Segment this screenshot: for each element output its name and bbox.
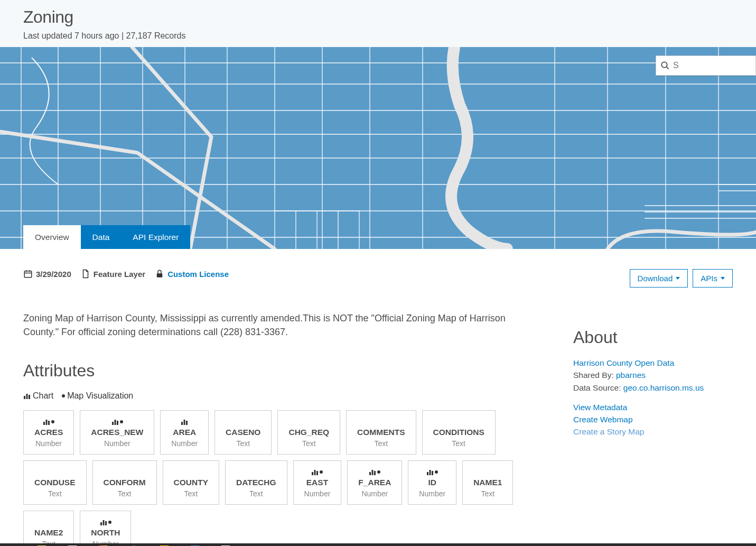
create-storymap-link[interactable]: Create a Story Map <box>573 427 644 436</box>
tab-data[interactable]: Data <box>81 225 122 249</box>
card-icons <box>100 519 111 526</box>
card-icons <box>111 418 123 425</box>
attribute-card[interactable]: ACRESNumber <box>23 410 74 455</box>
svg-rect-25 <box>374 471 376 475</box>
chart-icon <box>369 469 376 475</box>
dot-icon <box>51 420 54 423</box>
main-column: 3/29/2020 Feature Layer Custom License <box>23 269 552 546</box>
svg-rect-15 <box>114 420 116 425</box>
svg-rect-28 <box>432 471 433 475</box>
legend-chart: Chart <box>23 391 53 401</box>
svg-line-2 <box>666 67 669 69</box>
map-preview[interactable]: Overview Data API Explorer <box>0 47 756 249</box>
attribute-type: Text <box>481 489 494 498</box>
chart-icon <box>311 469 319 475</box>
download-button[interactable]: Download <box>630 269 688 288</box>
attribute-name: NAME2 <box>34 528 63 538</box>
attribute-card[interactable]: NORTHNumber <box>80 511 131 546</box>
attribute-card[interactable]: NAME2Text <box>23 511 74 546</box>
card-icons <box>426 468 438 476</box>
chart-icon <box>23 393 31 399</box>
attribute-card[interactable]: CASENOText <box>214 410 272 455</box>
attribute-card[interactable]: DATECHGText <box>225 460 287 505</box>
meta-license: Custom License <box>155 269 229 279</box>
dot-icon <box>62 394 65 397</box>
svg-rect-30 <box>102 520 104 525</box>
attribute-type: Text <box>184 489 198 498</box>
shared-by-label: Shared By: <box>573 371 616 380</box>
svg-rect-19 <box>186 421 188 425</box>
attribute-card[interactable]: COUNTYText <box>163 460 219 505</box>
caret-down-icon <box>676 277 680 280</box>
attribute-card[interactable]: CONFORMText <box>92 460 157 505</box>
dot-icon <box>435 470 438 474</box>
attribute-name: ACRES <box>34 428 63 437</box>
about-heading: About <box>573 328 733 347</box>
svg-rect-23 <box>369 472 371 475</box>
attribute-card[interactable]: CHG_REQText <box>277 410 340 455</box>
attribute-name: COMMENTS <box>357 428 405 437</box>
meta-layer-type: Feature Layer <box>81 269 145 279</box>
svg-rect-21 <box>314 470 316 475</box>
attribute-type: Number <box>361 489 388 498</box>
attribute-card[interactable]: F_AREANumber <box>347 460 402 505</box>
map-search[interactable] <box>656 55 756 76</box>
attribute-name: CHG_REQ <box>288 428 329 437</box>
attribute-card[interactable]: CONDUSEText <box>23 460 87 505</box>
attributes-heading: Attributes <box>23 361 552 381</box>
shared-by-link[interactable]: pbarnes <box>616 371 646 380</box>
tab-overview[interactable]: Overview <box>23 225 81 249</box>
attribute-type: Text <box>374 439 388 448</box>
attribute-card[interactable]: COMMENTSText <box>346 410 416 455</box>
card-icons <box>181 418 188 425</box>
svg-rect-22 <box>316 471 318 475</box>
tab-api-explorer[interactable]: API Explorer <box>121 225 190 249</box>
view-metadata-link[interactable]: View Metadata <box>573 403 627 412</box>
attribute-card[interactable]: IDNumber <box>408 460 456 505</box>
org-link[interactable]: Harrison County Open Data <box>573 358 674 367</box>
data-source-link[interactable]: geo.co.harrison.ms.us <box>623 383 704 392</box>
attribute-card[interactable]: CONDITIONSText <box>422 410 496 455</box>
attribute-type: Text <box>249 489 263 498</box>
create-webmap-link[interactable]: Create Webmap <box>573 415 633 424</box>
svg-rect-14 <box>112 422 114 425</box>
attribute-card[interactable]: NAME1Text <box>462 460 513 505</box>
card-icons <box>369 468 380 476</box>
os-taskbar[interactable] <box>0 543 756 546</box>
map-svg <box>0 47 756 249</box>
attribute-name: ID <box>428 478 437 487</box>
dot-icon <box>108 521 111 524</box>
svg-rect-11 <box>43 422 45 425</box>
attribute-name: CONDITIONS <box>433 428 484 437</box>
attribute-card[interactable]: EASTNumber <box>293 460 342 505</box>
svg-rect-17 <box>181 422 183 425</box>
search-icon <box>660 61 670 70</box>
attribute-type: Number <box>171 439 198 448</box>
attribute-card[interactable]: AREANumber <box>160 410 209 455</box>
meta-layer-type-text: Feature Layer <box>94 270 145 279</box>
header: Zoning Last updated 7 hours ago | 27,187… <box>0 0 756 47</box>
attribute-card[interactable]: ACRES_NEWNumber <box>80 410 154 455</box>
attribute-type: Number <box>304 489 331 498</box>
svg-rect-29 <box>100 522 102 525</box>
svg-rect-9 <box>26 394 28 399</box>
dot-icon <box>320 470 323 474</box>
chart-icon <box>43 419 50 425</box>
action-buttons: Download APIs <box>573 269 733 288</box>
meta-date: 3/29/2020 <box>23 269 71 279</box>
attribute-name: AREA <box>173 428 196 437</box>
map-search-input[interactable] <box>673 61 751 70</box>
attribute-name: NAME1 <box>473 478 502 487</box>
attribute-name: EAST <box>306 478 328 487</box>
page-title: Zoning <box>23 7 733 27</box>
svg-point-1 <box>661 62 667 68</box>
svg-rect-7 <box>157 273 163 277</box>
attribute-name: CONDUSE <box>34 478 76 487</box>
chart-icon <box>111 419 119 425</box>
svg-rect-31 <box>105 521 107 525</box>
calendar-icon <box>23 269 33 279</box>
license-link[interactable]: Custom License <box>167 270 229 279</box>
tabs: Overview Data API Explorer <box>23 225 190 249</box>
apis-button[interactable]: APIs <box>693 269 733 288</box>
attribute-type: Text <box>236 439 250 448</box>
